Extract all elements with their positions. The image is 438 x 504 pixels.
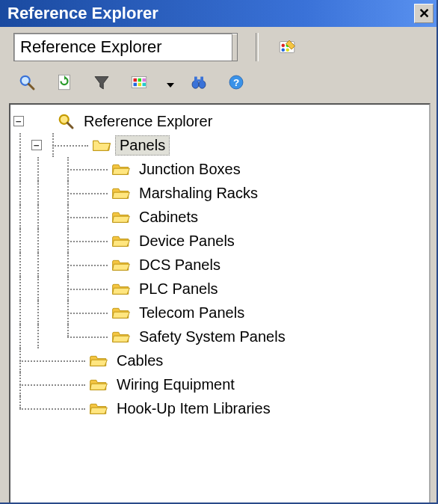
titlebar: Reference Explorer ✕ — [0, 0, 437, 27]
svg-point-2 — [282, 44, 286, 48]
color-grid-button[interactable] — [126, 69, 155, 96]
view-selector-input[interactable] — [14, 36, 232, 58]
funnel-icon — [91, 73, 112, 92]
close-button[interactable]: ✕ — [414, 4, 434, 23]
folder-icon — [111, 207, 132, 227]
svg-rect-23 — [200, 77, 203, 83]
collapse-icon[interactable]: − — [13, 116, 24, 126]
svg-rect-13 — [134, 79, 138, 82]
tree-node[interactable]: Device Panels — [13, 229, 426, 253]
tree-node-label: Marshaling Racks — [135, 183, 262, 203]
svg-line-28 — [67, 123, 73, 128]
svg-rect-17 — [143, 79, 146, 82]
tree-node-label: DCS Panels — [135, 255, 225, 275]
search-button[interactable] — [13, 69, 43, 96]
refresh-button[interactable] — [51, 69, 81, 96]
tree-node[interactable]: PLC Panels — [13, 277, 426, 301]
svg-rect-22 — [194, 77, 197, 83]
tree-node[interactable]: DCS Panels — [13, 253, 426, 277]
svg-rect-18 — [143, 83, 146, 87]
refresh-doc-icon — [54, 73, 75, 92]
find-button[interactable] — [185, 69, 215, 96]
tree-node-panels-label: Panels — [115, 135, 170, 156]
tree-node[interactable]: Wiring Equipment — [13, 372, 426, 396]
palette-pencil-icon — [277, 37, 297, 57]
folder-icon — [111, 255, 132, 274]
folder-icon — [111, 183, 132, 203]
dropdown-more-button[interactable] — [163, 69, 178, 96]
svg-rect-24 — [197, 79, 201, 82]
tree-node-label: Device Panels — [135, 231, 239, 251]
window-title: Reference Explorer — [7, 4, 158, 23]
tree-node[interactable]: Telecom Panels — [13, 301, 426, 325]
tree-root-node[interactable]: − Reference Explorer — [13, 109, 426, 133]
tree-node[interactable]: Safety System Panels — [13, 325, 426, 348]
folder-icon — [111, 327, 132, 346]
tree-node-label: Junction Boxes — [135, 159, 245, 179]
tree-view[interactable]: − Reference Explorer — [9, 103, 431, 504]
tree-node-label: PLC Panels — [135, 279, 223, 299]
help-icon: ? — [226, 73, 247, 92]
folder-open-icon — [91, 135, 112, 155]
magnifier-icon — [16, 73, 37, 92]
tree-node-label: Wiring Equipment — [112, 375, 239, 395]
tree-node-label: Hook-Up Item Libraries — [112, 399, 275, 419]
folder-icon — [111, 159, 132, 179]
folder-icon — [88, 375, 109, 394]
tree-root-label: Reference Explorer — [79, 111, 217, 132]
tree-node[interactable]: Marshaling Racks — [13, 181, 426, 205]
collapse-icon[interactable]: − — [31, 140, 42, 150]
svg-rect-14 — [138, 79, 142, 82]
binoculars-icon — [188, 73, 209, 92]
view-selector-dropdown-button[interactable] — [232, 34, 237, 61]
tree-node-label: Cabinets — [135, 207, 203, 227]
svg-marker-19 — [167, 83, 174, 87]
folder-icon — [111, 303, 132, 322]
tree-node-label: Safety System Panels — [135, 327, 290, 347]
palette-edit-button[interactable] — [274, 34, 303, 61]
filter-button[interactable] — [88, 69, 118, 96]
toolbar-separator — [256, 33, 259, 61]
tree-node[interactable]: Cables — [13, 348, 426, 372]
tree-node-label: Cables — [112, 351, 167, 371]
svg-point-5 — [286, 49, 290, 52]
folder-icon — [111, 279, 132, 298]
folder-icon — [88, 399, 109, 418]
close-icon: ✕ — [419, 5, 430, 22]
folder-icon — [111, 231, 132, 251]
tree-node-panels[interactable]: − Panels — [13, 133, 426, 157]
svg-text:?: ? — [233, 77, 239, 88]
toolbar-secondary: ? — [0, 66, 437, 100]
svg-rect-16 — [138, 83, 142, 87]
color-grid-icon — [129, 73, 149, 92]
chevron-down-icon — [167, 74, 174, 91]
help-button[interactable]: ? — [223, 69, 253, 96]
svg-rect-15 — [134, 83, 138, 87]
explorer-root-icon — [55, 111, 76, 131]
tree-node[interactable]: Junction Boxes — [13, 157, 426, 181]
svg-marker-11 — [95, 77, 108, 90]
svg-line-8 — [28, 84, 34, 89]
view-selector-combo[interactable] — [13, 33, 238, 61]
folder-icon — [88, 351, 109, 370]
svg-point-4 — [282, 49, 286, 52]
tree-node[interactable]: Hook-Up Item Libraries — [13, 396, 426, 420]
toolbar-primary — [0, 27, 437, 66]
tree-node[interactable]: Cabinets — [13, 205, 426, 229]
tree-node-label: Telecom Panels — [135, 303, 249, 323]
